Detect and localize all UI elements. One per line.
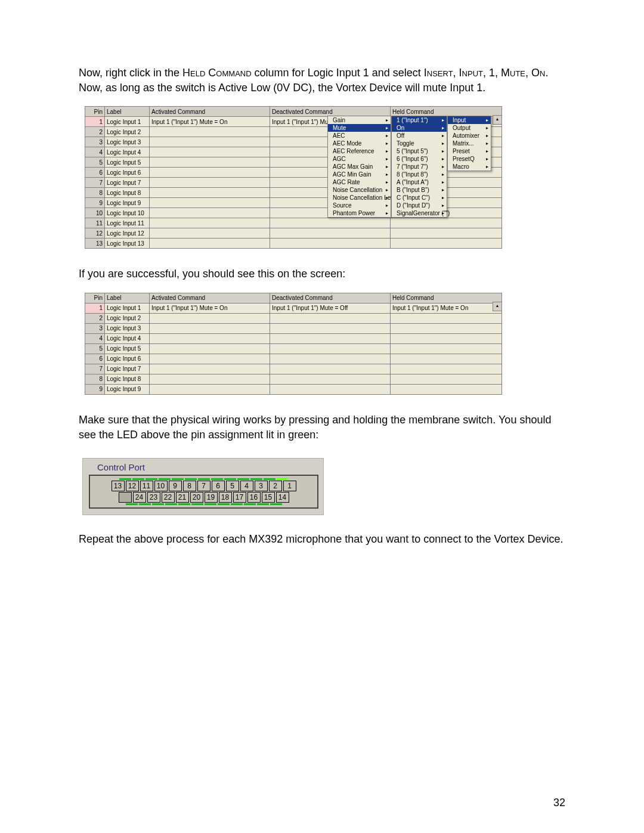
- menu-item[interactable]: Off▸: [392, 132, 447, 140]
- cell-deactivated[interactable]: [270, 384, 391, 394]
- menu-item[interactable]: Preset▸: [448, 147, 491, 155]
- cell-held[interactable]: [391, 354, 502, 364]
- cell-deactivated[interactable]: [270, 374, 391, 384]
- cell-deactivated[interactable]: [270, 239, 391, 249]
- cell-label[interactable]: Logic Input 2: [105, 127, 150, 137]
- cell-label[interactable]: Logic Input 6: [105, 354, 150, 364]
- cell-label[interactable]: Logic Input 8: [105, 374, 150, 384]
- cell-pin[interactable]: 6: [85, 168, 105, 178]
- cell-label[interactable]: Logic Input 11: [105, 218, 150, 228]
- table-row[interactable]: 3Logic Input 3: [85, 323, 502, 333]
- table-row[interactable]: 13Logic Input 13: [85, 239, 502, 249]
- cell-label[interactable]: Logic Input 4: [105, 147, 150, 157]
- table-row[interactable]: 7Logic Input 7: [85, 364, 502, 374]
- cell-label[interactable]: Logic Input 7: [105, 364, 150, 374]
- cell-deactivated[interactable]: [270, 323, 391, 333]
- menu-item[interactable]: AGC Min Gain▸: [328, 171, 391, 178]
- cell-activated[interactable]: Input 1 ("Input 1") Mute = On: [150, 117, 270, 127]
- table-row[interactable]: 8Logic Input 8: [85, 374, 502, 384]
- cell-deactivated[interactable]: [270, 218, 391, 228]
- menu-item[interactable]: Matrix...▸: [448, 140, 491, 147]
- cell-pin[interactable]: 11: [85, 218, 105, 228]
- cell-pin[interactable]: 1: [85, 303, 105, 313]
- cell-label[interactable]: Logic Input 6: [105, 168, 150, 178]
- scroll-up-button[interactable]: ▴: [493, 302, 502, 311]
- cell-activated[interactable]: [150, 239, 270, 249]
- table-row[interactable]: 4Logic Input 4: [85, 333, 502, 343]
- cell-held[interactable]: [391, 343, 502, 354]
- cell-deactivated[interactable]: [270, 354, 391, 364]
- cell-activated[interactable]: [150, 178, 270, 188]
- menu-item[interactable]: AGC Rate▸: [328, 178, 391, 186]
- cell-activated[interactable]: [150, 333, 270, 343]
- table-row[interactable]: 1Logic Input 1Input 1 ("Input 1") Mute =…: [85, 303, 502, 313]
- menu-item[interactable]: 8 ("Input 8")▸: [392, 171, 447, 178]
- table-row[interactable]: 6Logic Input 6: [85, 354, 502, 364]
- menu-item[interactable]: Noise Cancellation▸: [328, 186, 391, 194]
- cell-pin[interactable]: 10: [85, 208, 105, 218]
- menu-item[interactable]: Automixer▸: [448, 132, 491, 140]
- menu-item[interactable]: 1 ("Input 1")▸: [392, 116, 447, 124]
- cell-activated[interactable]: [150, 198, 270, 208]
- menu-item[interactable]: Macro▸: [448, 163, 491, 171]
- cell-pin[interactable]: 4: [85, 147, 105, 157]
- cell-activated[interactable]: [150, 313, 270, 323]
- menu-item[interactable]: Source▸: [328, 202, 391, 209]
- cell-deactivated[interactable]: Input 1 ("Input 1") Mute = Off: [270, 303, 391, 313]
- cell-pin[interactable]: 9: [85, 384, 105, 394]
- cell-label[interactable]: Logic Input 1: [105, 117, 150, 127]
- menu-item[interactable]: C ("Input C")▸: [392, 194, 447, 202]
- cell-deactivated[interactable]: [270, 313, 391, 323]
- cell-held[interactable]: [391, 364, 502, 374]
- cell-pin[interactable]: 12: [85, 228, 105, 239]
- cell-activated[interactable]: [150, 374, 270, 384]
- cell-held[interactable]: [391, 313, 502, 323]
- menu-item[interactable]: 7 ("Input 7")▸: [392, 163, 447, 171]
- cell-label[interactable]: Logic Input 5: [105, 343, 150, 354]
- menu-item[interactable]: AEC▸: [328, 132, 391, 140]
- cell-label[interactable]: Logic Input 12: [105, 228, 150, 239]
- cell-held[interactable]: [391, 333, 502, 343]
- context-menu-category[interactable]: Input▸Output▸Automixer▸Matrix...▸Preset▸…: [447, 116, 491, 171]
- context-menu-property[interactable]: Gain▸Mute▸AEC▸AEC Mode▸AEC Reference▸AGC…: [327, 116, 391, 218]
- cell-label[interactable]: Logic Input 13: [105, 239, 150, 249]
- context-menu-input[interactable]: 1 ("Input 1")▸On▸Off▸Toggle▸5 ("Input 5"…: [391, 116, 447, 218]
- menu-item[interactable]: On▸: [392, 124, 447, 132]
- cell-activated[interactable]: [150, 228, 270, 239]
- menu-item[interactable]: Noise Cancellation Level▸: [328, 194, 391, 202]
- cell-label[interactable]: Logic Input 10: [105, 208, 150, 218]
- menu-item[interactable]: Gain▸: [328, 116, 391, 124]
- menu-item[interactable]: Output▸: [448, 124, 491, 132]
- cell-label[interactable]: Logic Input 8: [105, 188, 150, 198]
- cell-label[interactable]: Logic Input 9: [105, 384, 150, 394]
- menu-item[interactable]: D ("Input D")▸: [392, 202, 447, 209]
- cell-held[interactable]: Input 1 ("Input 1") Mute = On: [391, 303, 502, 313]
- menu-item[interactable]: Mute▸: [328, 124, 391, 132]
- cell-activated[interactable]: [150, 147, 270, 157]
- scroll-up-button[interactable]: ▴: [493, 115, 502, 125]
- cell-activated[interactable]: Input 1 ("Input 1") Mute = On: [150, 303, 270, 313]
- cell-pin[interactable]: 7: [85, 178, 105, 188]
- cell-label[interactable]: Logic Input 3: [105, 323, 150, 333]
- cell-activated[interactable]: [150, 323, 270, 333]
- cell-label[interactable]: Logic Input 3: [105, 137, 150, 147]
- cell-activated[interactable]: [150, 354, 270, 364]
- cell-pin[interactable]: 8: [85, 374, 105, 384]
- cell-pin[interactable]: 4: [85, 333, 105, 343]
- cell-activated[interactable]: [150, 208, 270, 218]
- grid-table[interactable]: Pin Label Activated Command Deactivated …: [85, 293, 502, 395]
- cell-pin[interactable]: 3: [85, 323, 105, 333]
- cell-deactivated[interactable]: [270, 333, 391, 343]
- menu-item[interactable]: Toggle▸: [392, 140, 447, 147]
- table-row[interactable]: 12Logic Input 12: [85, 228, 502, 239]
- cell-held[interactable]: [391, 323, 502, 333]
- cell-held[interactable]: [391, 218, 502, 228]
- cell-activated[interactable]: [150, 157, 270, 168]
- cell-label[interactable]: Logic Input 1: [105, 303, 150, 313]
- menu-item[interactable]: A ("Input A")▸: [392, 178, 447, 186]
- cell-pin[interactable]: 3: [85, 137, 105, 147]
- menu-item[interactable]: 5 ("Input 5")▸: [392, 147, 447, 155]
- cell-pin[interactable]: 2: [85, 313, 105, 323]
- menu-item[interactable]: PresetQ▸: [448, 155, 491, 163]
- menu-item[interactable]: 6 ("Input 6")▸: [392, 155, 447, 163]
